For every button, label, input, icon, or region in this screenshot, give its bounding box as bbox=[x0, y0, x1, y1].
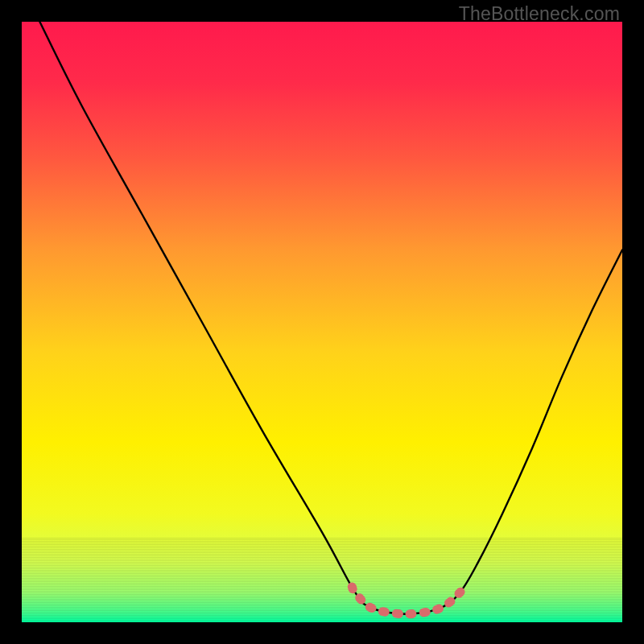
watermark-text: TheBottleneck.com bbox=[459, 3, 620, 25]
plot-area bbox=[22, 22, 622, 622]
bottleneck-curve bbox=[39, 22, 622, 614]
curve-layer bbox=[22, 22, 622, 622]
optimal-range-highlight bbox=[352, 582, 466, 614]
